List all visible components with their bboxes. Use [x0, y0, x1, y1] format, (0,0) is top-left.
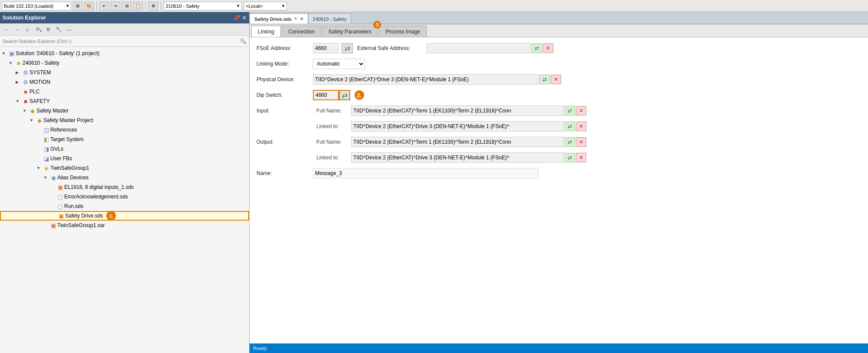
label-user_fbs: User FBs — [50, 155, 72, 162]
icon-twinsafe_sar: ▣ — [49, 222, 57, 229]
output-fn-btn2[interactable]: ✕ — [576, 137, 586, 147]
tab-close-icon[interactable]: ✕ — [300, 16, 303, 21]
tree-item-safety[interactable]: ▼■SAFETY — [0, 96, 249, 106]
tree-item-user_fbs[interactable]: ◪User FBs — [0, 154, 249, 163]
output-fn-btn1[interactable]: ⇄ — [565, 137, 575, 147]
phys-link-btn1[interactable]: ⇄ — [539, 75, 550, 84]
dip-switch-label: Dip Switch: — [256, 92, 313, 98]
tree-item-error_ack[interactable]: ▢ErrorAcknowledgement.sds — [0, 192, 249, 201]
output-linkedto-input[interactable] — [351, 152, 564, 163]
tree-item-motion[interactable]: ▶⚙MOTION — [0, 77, 249, 87]
toggle-safety[interactable]: ▼ — [16, 99, 22, 103]
tab-safety-parameters[interactable]: Safety Parameters 3 — [322, 26, 378, 37]
tree-item-twinsafe_sar[interactable]: ▣TwinSafeGroup1.sar — [0, 221, 249, 230]
dip-link-btn[interactable]: ⇄ — [339, 90, 350, 100]
tree-item-safety_master_project[interactable]: ▼◆Safety Master Project — [0, 115, 249, 125]
redo-btn[interactable]: ↪ — [111, 2, 120, 10]
label-safety_master: Safety Master — [36, 108, 69, 114]
tab-connection[interactable]: Connection — [282, 26, 321, 37]
build-dropdown[interactable]: Build 102.153 (Loaded) ▾ — [2, 2, 71, 10]
label-solution: Solution '240610 - Safety' (1 project) — [16, 50, 99, 56]
refresh-btn[interactable]: ⟳▾ — [33, 25, 43, 34]
tree-item-gvls[interactable]: ◨GVLs — [0, 144, 249, 154]
tree-item-system[interactable]: ▶⚙SYSTEM — [0, 68, 249, 77]
name-input[interactable] — [313, 168, 539, 178]
phys-link-btn2[interactable]: ✕ — [551, 75, 561, 84]
input-fn-btn1[interactable]: ⇄ — [565, 106, 575, 115]
ext-link-btn1[interactable]: ⇄ — [532, 43, 542, 53]
tree-item-references[interactable]: ◫References — [0, 125, 249, 135]
close-icon[interactable]: ✕ — [242, 15, 247, 21]
settings-btn[interactable]: ⚙ — [148, 2, 158, 10]
minus-btn[interactable]: — — [64, 25, 74, 34]
color-btn[interactable]: 🎨 — [84, 2, 94, 10]
tab-safety-drive[interactable]: Safety Drive.sds ✎ ✕ — [250, 13, 308, 24]
back-btn[interactable]: ← — [2, 25, 11, 34]
external-safe-address-input[interactable] — [427, 43, 531, 53]
dip-switch-input[interactable] — [313, 90, 339, 100]
tree-item-plc[interactable]: ■PLC — [0, 87, 249, 96]
toggle-safety_master_project[interactable]: ▼ — [30, 118, 36, 122]
tree-item-project[interactable]: ▼■240610 - Safety — [0, 58, 249, 68]
copy2-btn[interactable]: ⧉ — [43, 25, 53, 34]
input-lt-btn2[interactable]: ✕ — [576, 122, 586, 131]
se-title: Solution Explorer — [3, 15, 46, 21]
project-dropdown[interactable]: 210610 - Safety ▾ — [164, 2, 242, 10]
toggle-project[interactable]: ▼ — [9, 61, 15, 65]
icon-project: ■ — [15, 60, 23, 66]
grid-btn[interactable]: ⊞ — [73, 2, 82, 10]
name-label: Name: — [256, 170, 313, 176]
local-label: <Local> — [246, 3, 263, 9]
file-tab-bar: Safety Drive.sds ✎ ✕ 240610 - Safety — [250, 12, 868, 24]
tree-item-safety_drive[interactable]: ▣Safety Drive.sds1. — [0, 211, 249, 221]
toggle-twinsafe_group1[interactable]: ▼ — [36, 166, 43, 170]
tab-240610-label: 240610 - Safety — [313, 16, 347, 22]
se-search-bar: 🔍 — [0, 36, 249, 47]
toggle-alias_devices[interactable]: ▼ — [43, 175, 49, 180]
home-btn[interactable]: ⌂ — [23, 25, 32, 34]
pin-icon[interactable]: 📌 — [233, 15, 240, 21]
forward-btn[interactable]: → — [12, 25, 22, 34]
separator1 — [96, 2, 97, 10]
output-lt-btn2[interactable]: ✕ — [576, 153, 586, 162]
icon-plc: ■ — [22, 89, 30, 95]
tab-process-image[interactable]: Process Image — [379, 26, 427, 37]
tree-item-target_system[interactable]: ◧Target System — [0, 135, 249, 144]
linking-mode-select[interactable]: Automatic Manual — [313, 59, 365, 69]
physical-device-input[interactable] — [313, 74, 539, 85]
fsoe-link-btn[interactable]: ⇄ — [342, 43, 353, 53]
input-fullname-input[interactable] — [351, 106, 564, 116]
label-run_sds: Run.sds — [64, 203, 83, 209]
paste-btn[interactable]: 📋 — [133, 2, 143, 10]
ext-link-btn2[interactable]: ✕ — [543, 43, 553, 53]
toggle-solution[interactable]: ▼ — [2, 51, 8, 56]
tree-item-run_sds[interactable]: ▢Run.sds — [0, 201, 249, 211]
toggle-motion[interactable]: ▶ — [16, 80, 22, 84]
search-icon[interactable]: 🔍 — [240, 38, 247, 44]
undo-btn[interactable]: ↩ — [99, 2, 109, 10]
step3-badge: 3 — [373, 21, 381, 29]
tree-item-safety_master[interactable]: ▼◆Safety Master — [0, 106, 249, 115]
input-fn-btn2[interactable]: ✕ — [576, 106, 586, 115]
tab-240610[interactable]: 240610 - Safety — [308, 13, 352, 24]
wrench-btn[interactable]: 🔧 — [54, 25, 63, 34]
copy-btn[interactable]: ⧉ — [122, 2, 132, 10]
local-dropdown[interactable]: <Local> ▾ — [243, 2, 287, 10]
output-lt-btn1[interactable]: ⇄ — [565, 153, 575, 162]
toggle-system[interactable]: ▶ — [16, 70, 22, 75]
input-linkedto-input[interactable] — [351, 121, 564, 132]
output-fullname-input[interactable] — [351, 137, 564, 147]
toggle-safety_master[interactable]: ▼ — [23, 109, 29, 113]
fsoe-address-input[interactable] — [313, 43, 339, 53]
input-label: Input: — [256, 108, 313, 114]
tree-item-el1918[interactable]: ▣EL1918, 8 digital inputs_1.sds — [0, 182, 249, 192]
tree-item-solution[interactable]: ▼▣Solution '240610 - Safety' (1 project) — [0, 49, 249, 58]
dip-switch-row: Dip Switch: ⇄ 2. — [256, 89, 861, 101]
icon-error_ack: ▢ — [56, 194, 64, 200]
tree-item-twinsafe_group1[interactable]: ▼◈TwinSafeGroup1 — [0, 163, 249, 173]
label-target_system: Target System — [50, 136, 84, 142]
search-input[interactable] — [3, 39, 238, 44]
tab-linking[interactable]: Linking — [251, 26, 281, 37]
tree-item-alias_devices[interactable]: ▼◉Alias Devices — [0, 173, 249, 182]
input-lt-btn1[interactable]: ⇄ — [565, 122, 575, 131]
